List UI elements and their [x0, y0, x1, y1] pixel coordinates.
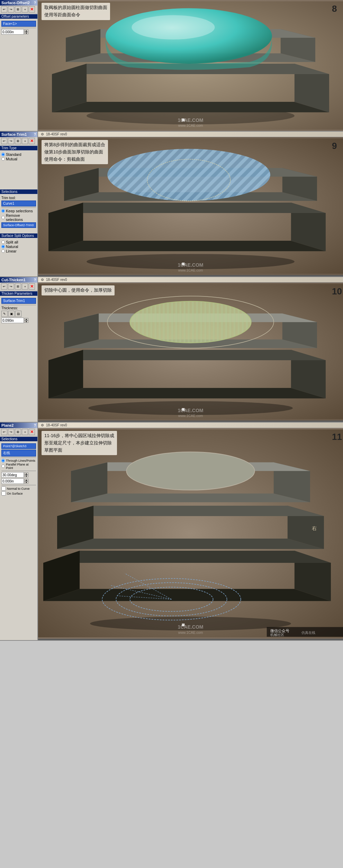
mutual-radio-2[interactable]	[1, 157, 5, 161]
copy-icon-2[interactable]: ⊞	[15, 138, 21, 144]
standard-radio-row-2: Standard	[1, 152, 36, 157]
header-icon-3: ⚙	[41, 278, 44, 282]
redo-icon-3[interactable]: ↪	[8, 283, 14, 290]
natural-radio-2[interactable]	[1, 245, 5, 248]
spin-down-1[interactable]: ▼	[24, 32, 28, 34]
split-all-row-2: Split all	[1, 240, 36, 244]
standard-radio-2[interactable]	[1, 153, 5, 156]
parallel-plane-row-4: Parallel Plane at Point	[1, 463, 36, 470]
sidebar-close-4[interactable]: ?	[34, 424, 36, 427]
sidebar-1: Surface-Offset2 ? ↩ ↪ ⊞ ＋ ✕ Offset param…	[0, 0, 38, 131]
face-box-1[interactable]: Face<1>	[1, 21, 36, 27]
copy-icon[interactable]: ⊞	[15, 6, 21, 12]
wechat-text-4: 微信公众号	[270, 629, 289, 633]
cn-line3-4: 草图平面	[44, 447, 114, 454]
thick-icon1-3[interactable]: ✎	[1, 311, 8, 317]
watermark-url-2: www.1CAE.com	[178, 268, 203, 272]
cn-line2-2: 做第10步曲面加厚切除的曲面	[44, 149, 105, 156]
edge-box-4[interactable]: 右线	[1, 450, 36, 457]
redo-icon-4[interactable]: ↪	[8, 429, 14, 435]
remove-radio-2[interactable]	[1, 216, 5, 219]
sidebar-title-text-4: Plane2	[1, 423, 13, 427]
sidebar-close-3[interactable]: ?	[34, 278, 36, 282]
trim-type-label-2: Trim Type	[1, 146, 17, 150]
curve1-box-2[interactable]: Curve1	[1, 201, 36, 206]
thick-icon3-3[interactable]: ▤	[15, 311, 21, 317]
watermark-url-4: www.1CAE.com	[178, 631, 203, 635]
sidebar-content-3: Surface-Trim1 Thickness: ✎ ▣ ▤ ▲ ▼	[0, 296, 37, 422]
section-4: Plane2 ? ↩ ↪ ⊞ ＋ ✕ Selections Point7@Ske…	[0, 423, 343, 641]
dist-spin-down-4[interactable]: ▼	[24, 481, 28, 484]
spin-down-3[interactable]: ▼	[24, 320, 28, 323]
undo-icon-3[interactable]: ↩	[1, 283, 7, 290]
on-surface-label-4: On Surface	[7, 492, 23, 495]
offset-spinbtn-1[interactable]: ▲ ▼	[24, 29, 28, 34]
surface-trim1-box-3[interactable]: Surface-Trim1	[1, 298, 36, 304]
close-icon-3[interactable]: ✕	[29, 283, 35, 290]
cn-overlay-1: 取阀板的原始圆柱面做切割曲面 使用等距曲面命令	[42, 3, 110, 20]
svg-rect-45	[182, 408, 184, 411]
on-surface-cb-4[interactable]	[1, 491, 6, 496]
split-all-radio-2[interactable]	[1, 240, 5, 244]
spin-up-3[interactable]: ▲	[24, 318, 28, 320]
copy-icon-3[interactable]: ⊞	[15, 283, 21, 290]
sidebar-2: Surface-Trim1 ? ↩ ↪ ⊞ ＋ ✕ Trim Type Stan…	[0, 132, 38, 276]
angle-spin-down-4[interactable]: ▼	[24, 475, 28, 477]
undo-icon-4[interactable]: ↩	[1, 429, 7, 435]
sidebar-toolbar-strip-1: ↩ ↪ ⊞ ＋ ✕	[0, 6, 37, 14]
svg-marker-2	[52, 102, 329, 112]
redo-icon[interactable]: ↪	[8, 6, 14, 12]
cn-line2-4: 形至规定尺寸，本步建立拉伸切除	[44, 440, 114, 447]
thickness-icons-3: ✎ ▣ ▤	[1, 311, 36, 317]
svg-marker-19	[48, 203, 326, 213]
add-icon-3[interactable]: ＋	[22, 283, 28, 290]
thickness-spinbtn-3[interactable]: ▲ ▼	[24, 318, 28, 323]
thickness-input-3[interactable]	[1, 318, 24, 323]
copy-icon-4[interactable]: ⊞	[15, 429, 21, 435]
close-icon-4[interactable]: ✕	[29, 429, 35, 435]
thicken-params-label-3: Thicken Parameters	[1, 292, 32, 295]
render-area-2: 9 1CAE.COM www.1CAE.com 将第8步得到的曲面裁剪成适合 做…	[38, 137, 343, 275]
watermark-3: 1CAE.COM	[178, 408, 204, 413]
parallel-plane-radio-4[interactable]	[1, 464, 5, 468]
normal-curve-cb-4[interactable]	[1, 486, 6, 491]
sidebar-3: Cut-Thicken1 ? ↩ ↪ ⊞ ＋ ✕ Thicken Paramet…	[0, 277, 38, 422]
svg-marker-56	[71, 494, 310, 502]
offset-row-1: ▲ ▼	[1, 29, 36, 35]
split-options-header-2: Surface Split Options	[0, 233, 37, 238]
divider-2	[1, 207, 36, 208]
sidebar-close-2[interactable]: ?	[34, 133, 36, 136]
offset-input-1[interactable]	[1, 29, 24, 35]
distance-input-4[interactable]	[1, 478, 24, 484]
through-lines-radio-4[interactable]	[1, 459, 5, 462]
angle-input-4[interactable]	[1, 472, 24, 478]
angle-spinbtn-4[interactable]: ▲ ▼	[24, 472, 28, 477]
linear-row-2: Linear	[1, 249, 36, 253]
point-sketch-box-4[interactable]: Point7@Sketch3	[1, 443, 36, 449]
normal-curve-label-4: Normal to Curve	[7, 487, 30, 490]
add-icon[interactable]: ＋	[22, 6, 28, 12]
header-icon-2: ⚙	[41, 132, 44, 136]
linear-radio-2[interactable]	[1, 249, 5, 253]
distance-spinbtn-4[interactable]: ▲ ▼	[24, 479, 28, 484]
sidebar-title-text-1: Surface-Offset2	[1, 1, 30, 5]
thick-icon2-3[interactable]: ▣	[8, 311, 15, 317]
trim-radio-group-2: Standard Mutual	[1, 152, 36, 161]
surface-box-2[interactable]: Surface-Offset2-Trim0	[1, 222, 36, 228]
undo-icon[interactable]: ↩	[1, 6, 7, 12]
sidebar-close-1[interactable]: ?	[34, 1, 36, 5]
redo-icon-2[interactable]: ↪	[8, 138, 14, 144]
spin-up-1[interactable]: ▲	[24, 29, 28, 32]
svg-rect-68	[182, 623, 184, 626]
normal-curve-row-4: Normal to Curve	[1, 486, 36, 491]
keep-radio-2[interactable]	[1, 209, 5, 213]
sidebar-4: Plane2 ? ↩ ↪ ⊞ ＋ ✕ Selections Point7@Ske…	[0, 423, 38, 640]
add-icon-4[interactable]: ＋	[22, 429, 28, 435]
angle-spin-up-4[interactable]: ▲	[24, 472, 28, 475]
undo-icon-2[interactable]: ↩	[1, 138, 7, 144]
add-icon-2[interactable]: ＋	[22, 138, 28, 144]
dist-spin-up-4[interactable]: ▲	[24, 479, 28, 481]
close-icon[interactable]: ✕	[29, 6, 35, 12]
close-icon-2[interactable]: ✕	[29, 138, 35, 144]
sidebar-toolbar-strip-3: ↩ ↪ ⊞ ＋ ✕	[0, 283, 37, 291]
